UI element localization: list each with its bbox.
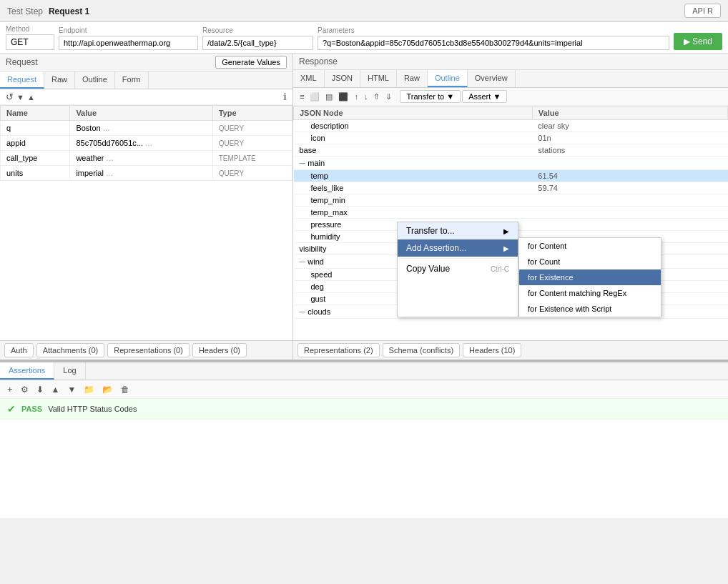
param-type: QUERY [212, 166, 292, 181]
ctx-separator [398, 258, 518, 259]
json-node-cell: temp [294, 170, 533, 182]
endpoint-label: Endpoint [59, 26, 198, 34]
tab-representations-right[interactable]: Representations (2) [297, 343, 380, 357]
assertion-description: Valid HTTP Status Codes [48, 405, 137, 413]
params-table-wrapper: Name Value Type q Boston ... QUERY appid… [0, 105, 292, 340]
move-down-assert[interactable]: ▼ [64, 382, 79, 396]
json-row[interactable]: ─ main [294, 157, 728, 170]
param-name: call_type [1, 151, 70, 166]
ctx-transfer-to[interactable]: Transfer to... ▶ [398, 222, 518, 239]
folder-icon[interactable]: 📁 [81, 382, 97, 396]
param-value: 85c705dd76051c... ... [70, 136, 212, 151]
params-table: Name Value Type q Boston ... QUERY appid… [0, 105, 292, 181]
add-assertion-tool[interactable]: + [4, 382, 16, 396]
chevron-up-icon[interactable]: ▲ [27, 93, 35, 102]
ctx-sub-for-existence[interactable]: for Existence [519, 269, 661, 285]
align-justify-icon[interactable]: ⬛ [336, 91, 350, 103]
tab-overview[interactable]: Overview [468, 70, 516, 87]
json-row[interactable]: icon 01n [294, 132, 728, 144]
response-toolbar: ≡ ⬜ ▤ ⬛ ↑ ↓ ⇑ ⇓ Transfer to ▼ Assert ▼ [293, 88, 728, 106]
param-row[interactable]: appid 85c705dd76051c... ... QUERY [1, 136, 292, 151]
folder-open-icon[interactable]: 📂 [99, 382, 116, 396]
download-icon[interactable]: ⬇ [34, 382, 46, 396]
settings-icon[interactable]: ⚙ [18, 382, 31, 396]
chevron-down-icon[interactable]: ▼ [16, 93, 24, 102]
tab-outline[interactable]: Outline [75, 71, 115, 89]
endpoint-input[interactable] [59, 36, 198, 50]
ctx-add-assertion-label: Add Assertion... [406, 243, 466, 253]
ctx-copy-label: Copy Value [406, 264, 450, 274]
tab-auth[interactable]: Auth [4, 343, 34, 357]
move-down-icon[interactable]: ⇓ [383, 91, 394, 103]
sort-desc-icon[interactable]: ↓ [362, 91, 370, 102]
ctx-transfer-label: Transfer to... [406, 226, 455, 236]
sort-asc-icon[interactable]: ↑ [352, 91, 360, 102]
tab-headers-left[interactable]: Headers (0) [192, 343, 247, 357]
assertion-list: ✔ PASS Valid HTTP Status Codes [0, 399, 728, 518]
tab-html[interactable]: HTML [360, 70, 397, 87]
params-label: Parameters [318, 26, 669, 34]
assert-button[interactable]: Assert ▼ [462, 90, 507, 103]
tab-representations-left[interactable]: Representations (0) [107, 343, 190, 357]
json-node-cell: base [294, 144, 533, 157]
tab-raw-response[interactable]: Raw [397, 70, 428, 87]
context-submenu: for Content for Count for Existence for … [518, 237, 661, 317]
left-toolbar: ↺ ▼ ▲ ℹ [0, 89, 292, 105]
json-node-cell: icon [294, 132, 533, 144]
move-up-icon[interactable]: ⇑ [371, 91, 382, 103]
transfer-to-button[interactable]: Transfer to ▼ [400, 90, 461, 103]
value-header: Value [532, 107, 727, 120]
refresh-icon[interactable]: ↺ [6, 91, 14, 102]
json-row[interactable]: description clear sky [294, 120, 728, 132]
tab-headers-right[interactable]: Headers (10) [463, 343, 521, 357]
resource-input[interactable] [202, 36, 313, 50]
ctx-sub-for-content-regex[interactable]: for Content matching RegEx [519, 285, 661, 301]
tab-form[interactable]: Form [115, 71, 149, 89]
tab-attachments[interactable]: Attachments (0) [36, 343, 105, 357]
param-type: QUERY [212, 121, 292, 136]
tab-schema[interactable]: Schema (conflicts) [383, 343, 460, 357]
align-left-icon[interactable]: ≡ [297, 91, 306, 102]
align-center-icon[interactable]: ⬜ [308, 91, 322, 103]
params-input[interactable] [318, 36, 669, 50]
col-name: Name [1, 106, 70, 121]
tab-raw[interactable]: Raw [44, 71, 75, 89]
json-node-cell: ─ main [294, 157, 533, 170]
json-row[interactable]: base stations [294, 144, 728, 157]
generate-values-button[interactable]: Generate Values [215, 56, 287, 69]
api-button[interactable]: API R [684, 4, 721, 18]
param-row[interactable]: q Boston ... QUERY [1, 121, 292, 136]
json-row[interactable]: temp_max [294, 207, 728, 219]
ctx-copy-value[interactable]: Copy Value Ctrl-C [398, 260, 518, 277]
step-name: Request 1 [49, 6, 89, 16]
align-right-icon[interactable]: ▤ [323, 91, 335, 103]
json-value-cell: 61.54 [532, 170, 727, 182]
delete-icon[interactable]: 🗑 [118, 382, 132, 396]
ctx-sub-for-existence-script[interactable]: for Existence with Script [519, 301, 661, 317]
method-input[interactable] [6, 34, 54, 50]
param-name: q [1, 121, 70, 136]
ctx-sub-for-content[interactable]: for Content [519, 238, 661, 254]
json-node-cell: temp_min [294, 194, 533, 207]
tab-assertions[interactable]: Assertions [0, 362, 54, 380]
json-row[interactable]: temp_min [294, 194, 728, 207]
assertion-row[interactable]: ✔ PASS Valid HTTP Status Codes [0, 399, 728, 420]
tab-xml[interactable]: XML [293, 70, 325, 87]
request-title: Request [6, 57, 38, 67]
param-row[interactable]: units imperial ... QUERY [1, 166, 292, 181]
param-value: weather ... [70, 151, 212, 166]
ctx-sub-for-count[interactable]: for Count [519, 254, 661, 269]
ctx-add-assertion[interactable]: Add Assertion... ▶ [398, 239, 518, 257]
tab-outline-response[interactable]: Outline [428, 70, 468, 87]
param-row[interactable]: call_type weather ... TEMPLATE [1, 151, 292, 166]
json-value-cell [532, 194, 727, 207]
json-row[interactable]: feels_like 59.74 [294, 182, 728, 194]
assertions-panel: Assertions Log + ⚙ ⬇ ▲ ▼ 📁 📂 🗑 ✔ PASS Va… [0, 361, 728, 518]
send-button[interactable]: ▶ Send [674, 33, 722, 50]
tab-json[interactable]: JSON [325, 70, 360, 87]
tab-log[interactable]: Log [54, 362, 85, 380]
step-label: Test Step [7, 6, 43, 16]
move-up-assert[interactable]: ▲ [49, 382, 63, 396]
tab-request[interactable]: Request [0, 71, 44, 89]
json-row[interactable]: temp 61.54 [294, 170, 728, 182]
